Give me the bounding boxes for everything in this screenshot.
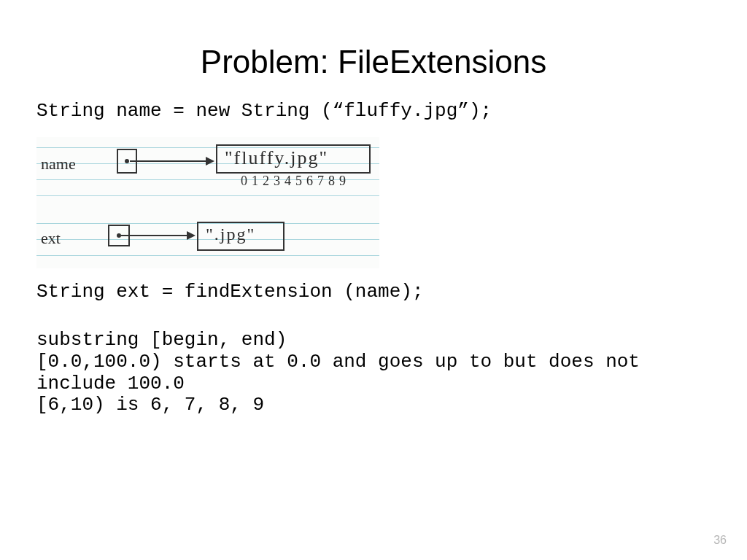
code-line-3: substring [begin, end) <box>36 330 711 351</box>
label-ext: ext <box>41 229 61 248</box>
arrow-head-icon <box>206 157 214 166</box>
code-line-1: String name = new String (“fluffy.jpg”); <box>36 101 711 122</box>
arrow-line-icon <box>121 235 187 236</box>
indices-text: 0123456789 <box>241 174 350 189</box>
arrow-head-icon <box>187 231 196 240</box>
memory-diagram: name "fluffy.jpg" 0123456789 ext ".jpg" <box>36 137 379 268</box>
value-ext: ".jpg" <box>206 225 255 244</box>
value-name: "fluffy.jpg" <box>225 147 328 169</box>
label-name: name <box>41 155 76 174</box>
slide-title: Problem: FileExtensions <box>36 44 711 80</box>
code-line-5: [6,10) is 6, 7, 8, 9 <box>36 394 711 416</box>
arrow-line-icon <box>130 160 206 162</box>
code-line-2: String ext = findExtension (name); <box>36 281 711 303</box>
page-number: 36 <box>713 534 727 547</box>
dot-icon <box>125 159 129 163</box>
code-line-4: [0.0,100.0) starts at 0.0 and goes up to… <box>36 351 711 395</box>
